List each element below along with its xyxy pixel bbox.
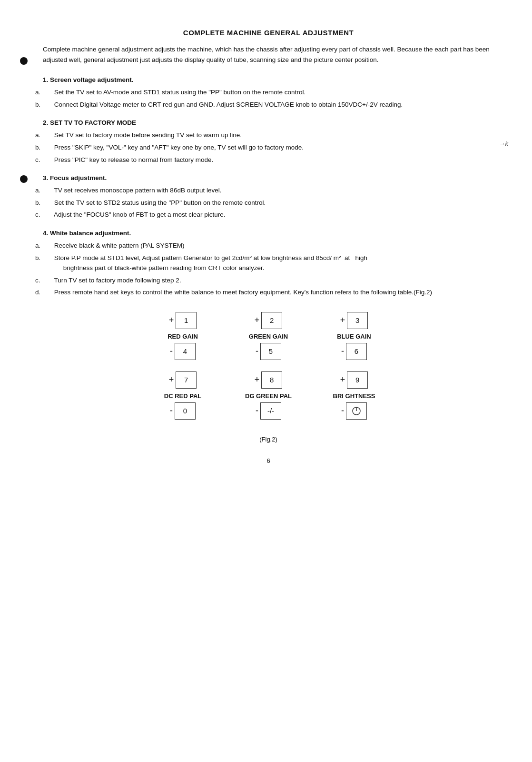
green-gain-label: GREEN GAIN (249, 333, 288, 340)
bullet-dot-2 (20, 175, 28, 183)
key-box-7: 7 (176, 371, 197, 389)
key-group-dg-green: + 8 DG GREEN PAL - -/- (240, 371, 297, 420)
dg-green-pal-label: DG GREEN PAL (245, 392, 292, 400)
annotation: →k (499, 140, 508, 147)
high-text: high (355, 254, 368, 261)
section-4-items: a. Receive black & white pattern (PAL SY… (43, 241, 494, 298)
minus-sign: - (170, 346, 173, 356)
list-item: b. Press "SKIP" key, "VOL-" key and "AFT… (43, 142, 494, 153)
key-box-9: 9 (347, 371, 368, 389)
section-3-items: a. TV set receives monoscope pattern wit… (43, 185, 494, 220)
key-box-4: 4 (175, 343, 196, 360)
page-title: COMPLETE MACHINE GENERAL ADJUSTMENT (43, 29, 494, 37)
key-box-0: 0 (175, 402, 196, 420)
plus-sign: + (169, 375, 174, 385)
minus-sign: - (341, 346, 344, 356)
key-diagram: + 1 RED GAIN - 4 + 2 GREEN GAIN - 5 + (43, 312, 494, 443)
list-item: c. Adjust the "FOCUS" knob of FBT to get… (43, 210, 494, 220)
list-item: c. Press "PIC" key to release to normal … (43, 155, 494, 165)
key-group-brightness: + 9 BRI GHTNESS - (325, 371, 383, 420)
minus-sign: - (256, 346, 258, 356)
key-box-power-icon (346, 402, 367, 420)
plus-sign: + (340, 375, 345, 385)
list-item: a. Receive black & white pattern (PAL SY… (43, 241, 494, 251)
power-icon (351, 406, 362, 416)
list-item: c. Turn TV set to factory mode following… (43, 275, 494, 286)
section-4-heading: 4. White balance adjustment. (43, 230, 494, 237)
red-gain-label: RED GAIN (167, 333, 198, 340)
key-box-1: 1 (176, 312, 197, 329)
bullet-dot-1 (20, 57, 28, 65)
section-3: 3. Focus adjustment. a. TV set receives … (43, 174, 494, 220)
key-box-2: 2 (261, 312, 282, 329)
dc-red-pal-label: DC RED PAL (164, 392, 201, 400)
fig-caption: (Fig.2) (259, 436, 277, 443)
plus-sign: + (255, 375, 260, 385)
brightness-label: BRI GHTNESS (333, 392, 375, 400)
list-item: a. Set TV set to factory mode before sen… (43, 130, 494, 140)
key-box-6: 6 (346, 343, 367, 360)
section-2-items: a. Set TV set to factory mode before sen… (43, 130, 494, 165)
key-group-blue-gain: + 3 BLUE GAIN - 6 (325, 312, 383, 360)
section-1: 1. Screen voltage adjustment. a. Set the… (43, 76, 494, 110)
plus-sign: + (255, 315, 260, 325)
list-item: a. TV set receives monoscope pattern wit… (43, 185, 494, 196)
key-row-2: + 7 DC RED PAL - 0 + 8 DG GREEN PAL - -/… (154, 371, 383, 420)
key-group-dc-red: + 7 DC RED PAL - 0 (154, 371, 211, 420)
plus-sign: + (169, 315, 174, 325)
key-row-1: + 1 RED GAIN - 4 + 2 GREEN GAIN - 5 + (154, 312, 383, 360)
list-item: b. Connect Digital Voltage meter to CRT … (43, 100, 494, 110)
page-number: 6 (43, 457, 494, 464)
minus-sign: - (170, 406, 173, 416)
minus-sign: - (341, 406, 344, 416)
list-item: b. Store P.P mode at STD1 level, Adjust … (43, 253, 494, 273)
key-box-5: 5 (260, 343, 281, 360)
key-group-green-gain: + 2 GREEN GAIN - 5 (240, 312, 297, 360)
section-4: 4. White balance adjustment. a. Receive … (43, 230, 494, 298)
key-box-8: 8 (261, 371, 282, 389)
section-2: 2. SET TV TO FACTORY MODE a. Set TV set … (43, 119, 494, 165)
section-2-heading: 2. SET TV TO FACTORY MODE (43, 119, 494, 126)
key-box-3: 3 (347, 312, 368, 329)
section-1-items: a. Set the TV set to AV-mode and STD1 st… (43, 87, 494, 110)
minus-sign: - (256, 406, 258, 416)
list-item: d. Press remote hand set keys to control… (43, 287, 494, 298)
intro-text: Complete machine general adjustment adju… (43, 44, 494, 65)
section-3-heading: 3. Focus adjustment. (43, 174, 494, 181)
list-item: b. Set the TV set to STD2 status using t… (43, 198, 494, 208)
blue-gain-label: BLUE GAIN (337, 333, 371, 340)
key-group-red-gain: + 1 RED GAIN - 4 (154, 312, 211, 360)
plus-sign: + (340, 315, 345, 325)
list-item: a. Set the TV set to AV-mode and STD1 st… (43, 87, 494, 98)
section-1-heading: 1. Screen voltage adjustment. (43, 76, 494, 83)
key-box-dash: -/- (260, 402, 281, 420)
